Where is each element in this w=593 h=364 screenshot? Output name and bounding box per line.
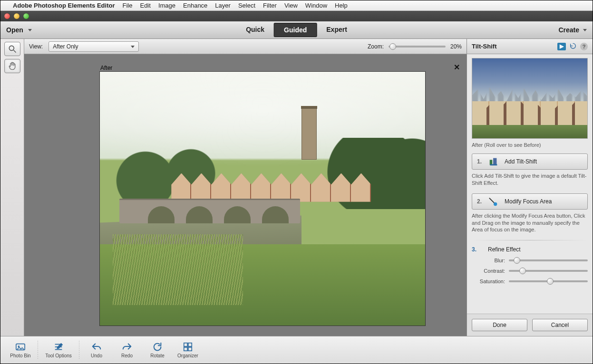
view-dropdown[interactable]: After Only [49, 41, 139, 52]
tab-expert[interactable]: Expert [317, 23, 357, 37]
menu-window[interactable]: Window [305, 2, 327, 9]
canvas-title: After [100, 65, 112, 71]
app-name[interactable]: Adobe Photoshop Elements Editor [13, 2, 115, 9]
close-window-icon[interactable] [4, 13, 10, 19]
create-label: Create [558, 26, 579, 34]
menu-view[interactable]: View [284, 2, 298, 9]
canvas-area: After ✕ [24, 54, 467, 336]
refine-effect-heading: 3. Refine Effect [472, 246, 588, 253]
zoom-slider[interactable] [389, 46, 446, 48]
step-label: Refine Effect [488, 246, 520, 253]
svg-line-1 [13, 50, 16, 53]
open-label: Open [6, 26, 23, 34]
view-dropdown-value: After Only [53, 43, 78, 50]
blur-slider[interactable] [509, 259, 588, 261]
saturation-slider[interactable] [509, 280, 588, 282]
add-tilt-shift-button[interactable]: 1. Add Tilt-Shift [472, 153, 588, 170]
chevron-down-icon [583, 29, 587, 31]
step2-description: After clicking the Modify Focus Area but… [472, 212, 588, 234]
step-label: Modify Focus Area [505, 198, 552, 205]
top-toolbar: Open Quick Guided Expert Create [0, 21, 593, 39]
organizer-icon [182, 342, 194, 352]
panel-title: Tilt-Shift [472, 43, 496, 50]
buildings-icon [488, 156, 499, 167]
divider [472, 240, 588, 240]
svg-point-0 [9, 46, 14, 50]
svg-rect-14 [184, 347, 187, 351]
cancel-button[interactable]: Cancel [532, 319, 588, 331]
step-number: 1. [477, 158, 483, 165]
rotate-icon [151, 342, 164, 352]
saturation-label: Saturation: [472, 278, 505, 284]
chevron-down-icon [28, 29, 32, 31]
bottom-bar: Photo Bin Tool Options Undo Redo Rotate … [0, 336, 593, 364]
step-number: 3. [472, 246, 476, 253]
minimize-window-icon[interactable] [14, 13, 19, 19]
contrast-label: Contrast: [472, 268, 505, 274]
redo-button[interactable]: Redo [112, 342, 142, 358]
zoom-window-icon[interactable] [23, 13, 29, 19]
svg-rect-15 [188, 347, 192, 351]
menu-enhance[interactable]: Enhance [183, 2, 207, 9]
focus-icon [488, 196, 499, 207]
help-icon[interactable]: ? [580, 43, 588, 50]
tab-quick[interactable]: Quick [236, 23, 274, 37]
redo-icon [121, 342, 133, 352]
chevron-down-icon [131, 46, 135, 48]
tool-options-icon [52, 342, 65, 352]
play-icon[interactable]: ▶ [557, 43, 566, 50]
preview-caption: After (Roll over to see Before) [472, 142, 588, 148]
contrast-slider[interactable] [509, 270, 588, 272]
svg-rect-4 [490, 164, 497, 166]
svg-rect-3 [493, 158, 496, 165]
reset-icon[interactable] [569, 43, 577, 50]
menu-select[interactable]: Select [238, 2, 255, 9]
rotate-button[interactable]: Rotate [142, 342, 173, 358]
tab-guided[interactable]: Guided [274, 23, 317, 37]
modify-focus-area-button[interactable]: 2. Modify Focus Area [472, 193, 588, 210]
step1-description: Click Add Tilt-Shift to give the image a… [472, 172, 588, 187]
undo-button[interactable]: Undo [81, 342, 112, 358]
magnifier-icon [8, 44, 17, 54]
zoom-tool-button[interactable] [4, 42, 20, 56]
slider-thumb[interactable] [514, 257, 520, 264]
open-menu[interactable]: Open [6, 26, 32, 34]
zoom-value: 20% [450, 43, 462, 50]
tool-options-button[interactable]: Tool Options [40, 342, 77, 358]
zoom-label: Zoom: [368, 43, 384, 50]
organizer-button[interactable]: Organizer [173, 342, 203, 358]
canvas-image[interactable] [99, 71, 426, 326]
view-bar: View: After Only Zoom: 20% [24, 39, 467, 54]
svg-rect-13 [188, 343, 192, 346]
slider-thumb[interactable] [389, 43, 396, 50]
menu-file[interactable]: File [123, 2, 133, 9]
photo-bin-icon [14, 342, 27, 352]
hand-icon [8, 61, 17, 71]
svg-rect-12 [184, 343, 187, 346]
menu-edit[interactable]: Edit [140, 2, 150, 9]
guided-panel: Tilt-Shift ▶ ? After (Roll over to see B… [467, 39, 593, 336]
photo-bin-button[interactable]: Photo Bin [5, 342, 36, 358]
window-titlebar [0, 11, 593, 21]
svg-line-5 [489, 198, 495, 203]
close-icon[interactable]: ✕ [454, 63, 460, 72]
view-label: View: [29, 43, 43, 50]
slider-thumb[interactable] [519, 268, 526, 274]
svg-point-6 [494, 202, 497, 206]
effect-preview[interactable] [472, 58, 588, 139]
menu-filter[interactable]: Filter [263, 2, 277, 9]
step-number: 2. [477, 198, 483, 205]
mac-menubar: Adobe Photoshop Elements Editor File Edi… [0, 0, 593, 11]
create-menu[interactable]: Create [558, 26, 587, 34]
done-button[interactable]: Done [472, 319, 527, 331]
blur-label: Blur: [472, 258, 505, 263]
undo-icon [90, 342, 103, 352]
hand-tool-button[interactable] [4, 59, 20, 73]
step-label: Add Tilt-Shift [505, 158, 537, 165]
left-tool-strip [0, 39, 24, 336]
photo-content [100, 72, 425, 326]
menu-layer[interactable]: Layer [215, 2, 231, 9]
slider-thumb[interactable] [547, 278, 554, 285]
menu-help[interactable]: Help [335, 2, 348, 9]
menu-image[interactable]: Image [158, 2, 175, 9]
